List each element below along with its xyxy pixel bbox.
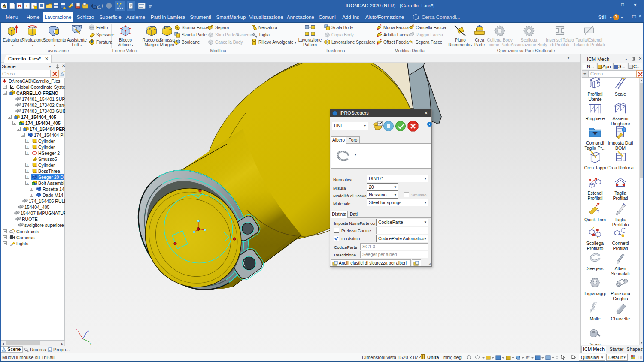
svg-text:y: y (90, 341, 91, 345)
svg-text:I: I (26, 4, 27, 8)
svg-text:z: z (87, 329, 89, 332)
svg-text:x: x (76, 327, 77, 331)
svg-text:6º: 6º (526, 356, 530, 360)
